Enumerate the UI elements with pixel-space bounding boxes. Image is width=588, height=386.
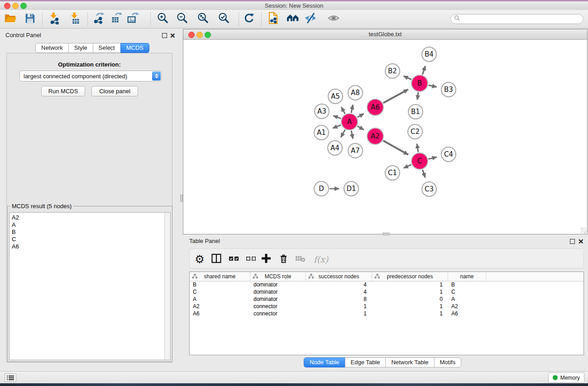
graph-edge-A-A3[interactable] bbox=[333, 116, 341, 119]
graph-edge-A-A5[interactable] bbox=[341, 107, 345, 114]
save-session-button[interactable] bbox=[23, 12, 37, 26]
list-item[interactable]: C bbox=[10, 236, 170, 243]
home-button[interactable] bbox=[286, 12, 300, 26]
table-settings-button[interactable]: ⚙ bbox=[193, 253, 206, 266]
search-field[interactable] bbox=[450, 14, 583, 24]
graph-edge-A-A1[interactable] bbox=[333, 125, 341, 128]
task-history-button[interactable] bbox=[5, 373, 16, 382]
show-column-button[interactable] bbox=[210, 253, 223, 266]
graph-node-A4[interactable]: A4 bbox=[327, 140, 343, 156]
cell-predecessor-nodes[interactable]: 1 bbox=[372, 303, 448, 310]
criterion-dropdown[interactable]: largest connected component (directed) bbox=[19, 71, 162, 81]
table-row[interactable]: A6 connector 1 1 A6 bbox=[190, 310, 583, 318]
cell-name[interactable]: A6 bbox=[448, 310, 486, 318]
cell-name[interactable]: C bbox=[448, 289, 486, 296]
list-item[interactable]: A2 bbox=[10, 213, 170, 221]
cell-name[interactable]: A bbox=[448, 296, 486, 303]
show-panels-button[interactable] bbox=[327, 12, 340, 26]
graph-node-A2[interactable]: A2 bbox=[367, 128, 384, 145]
cell-successor-nodes[interactable]: 8 bbox=[306, 296, 372, 303]
graph-node-C3[interactable]: C3 bbox=[421, 181, 437, 197]
search-input[interactable] bbox=[462, 15, 583, 23]
graph-node-A5[interactable]: A5 bbox=[328, 89, 343, 104]
zoom-traffic-light[interactable] bbox=[205, 32, 211, 38]
cell-mcds-role[interactable]: connector bbox=[250, 310, 306, 318]
graph-node-D1[interactable]: D1 bbox=[344, 181, 359, 196]
graph-edge-A2-C[interactable] bbox=[383, 141, 408, 155]
refresh-view-button[interactable] bbox=[242, 12, 256, 26]
graph-node-A7[interactable]: A7 bbox=[348, 143, 363, 158]
column-header-name[interactable]: name bbox=[448, 272, 486, 281]
scrollbar-track[interactable] bbox=[164, 213, 170, 360]
table-row[interactable]: C dominator 4 1 C bbox=[190, 289, 583, 296]
tab-network-table[interactable]: Network Table bbox=[385, 357, 434, 367]
cell-predecessor-nodes[interactable]: 1 bbox=[372, 281, 448, 289]
export-network-button[interactable] bbox=[92, 12, 105, 26]
graph-edge-A-A7[interactable] bbox=[351, 131, 353, 139]
graph-node-B4[interactable]: B4 bbox=[421, 47, 437, 62]
delete-table-button[interactable] bbox=[294, 253, 307, 266]
tab-style[interactable]: Style bbox=[68, 43, 93, 53]
graph-edge-A-A8[interactable] bbox=[351, 105, 353, 113]
list-item[interactable]: A bbox=[10, 221, 170, 229]
column-header-successor-nodes[interactable]: successor nodes bbox=[306, 272, 372, 281]
graph-node-A1[interactable]: A1 bbox=[314, 125, 329, 140]
split-divider-handle[interactable] bbox=[180, 195, 183, 202]
hide-panels-button[interactable] bbox=[304, 12, 317, 26]
table-row[interactable]: A dominator 8 0 A bbox=[190, 296, 583, 303]
graph-edge-C-C2[interactable] bbox=[417, 144, 418, 152]
function-builder-button[interactable]: f(x) bbox=[311, 253, 331, 266]
graph-node-B3[interactable]: B3 bbox=[441, 82, 456, 97]
close-traffic-light[interactable] bbox=[4, 3, 10, 9]
list-item[interactable]: B bbox=[10, 229, 170, 236]
zoom-out-button[interactable] bbox=[175, 12, 189, 26]
cell-mcds-role[interactable]: dominator bbox=[250, 296, 306, 303]
graph-edge-A-A6[interactable] bbox=[357, 114, 363, 117]
graph-node-C[interactable]: C bbox=[411, 152, 428, 170]
graph-node-A[interactable]: A bbox=[341, 113, 358, 130]
export-image-button[interactable] bbox=[126, 12, 139, 26]
table-panel-close-icon[interactable]: ✕ bbox=[578, 239, 584, 244]
graph-node-C1[interactable]: C1 bbox=[385, 165, 400, 181]
zoom-selected-button[interactable] bbox=[217, 12, 230, 26]
table-row[interactable]: B dominator 4 1 B bbox=[190, 281, 583, 289]
column-header-predecessor-nodes[interactable]: predecessor nodes bbox=[372, 272, 448, 281]
zoom-traffic-light[interactable] bbox=[20, 3, 27, 9]
graph-edge-A-A4[interactable] bbox=[341, 130, 345, 138]
cell-shared-name[interactable]: C bbox=[190, 289, 250, 296]
column-header-shared-name[interactable]: shared name bbox=[190, 272, 250, 281]
table-row[interactable]: A2 connector 1 1 A2 bbox=[190, 303, 583, 310]
tab-motifs[interactable]: Motifs bbox=[434, 357, 462, 367]
cell-mcds-role[interactable]: connector bbox=[250, 303, 306, 310]
graph-node-A8[interactable]: A8 bbox=[348, 85, 363, 100]
cell-successor-nodes[interactable]: 1 bbox=[306, 310, 372, 318]
graph-edge-C-C1[interactable] bbox=[404, 165, 411, 168]
cell-shared-name[interactable]: B bbox=[190, 281, 250, 289]
graph-edge-A6-B[interactable] bbox=[383, 90, 408, 103]
select-all-button[interactable] bbox=[227, 253, 241, 266]
graph-edge-C-C3[interactable] bbox=[422, 170, 425, 177]
memory-button[interactable]: Memory bbox=[548, 372, 584, 383]
tab-select[interactable]: Select bbox=[93, 43, 121, 53]
graph-node-A3[interactable]: A3 bbox=[314, 104, 330, 119]
graph-node-D[interactable]: D bbox=[314, 181, 329, 196]
cell-predecessor-nodes[interactable]: 0 bbox=[372, 296, 448, 303]
cell-mcds-role[interactable]: dominator bbox=[250, 289, 306, 296]
add-row-button[interactable] bbox=[259, 253, 273, 266]
graph-edge-B-B3[interactable] bbox=[429, 85, 437, 87]
cell-shared-name[interactable]: A6 bbox=[190, 310, 250, 318]
cell-shared-name[interactable]: A bbox=[190, 296, 250, 303]
cell-predecessor-nodes[interactable]: 1 bbox=[372, 289, 448, 296]
cell-successor-nodes[interactable]: 4 bbox=[306, 281, 372, 289]
cell-successor-nodes[interactable]: 4 bbox=[306, 289, 372, 296]
graph-edge-A-A2[interactable] bbox=[357, 126, 363, 130]
zoom-in-button[interactable] bbox=[156, 12, 169, 26]
graph-edge-B-B1[interactable] bbox=[417, 92, 418, 100]
control-panel-close-icon[interactable]: ✕ bbox=[170, 33, 176, 38]
network-canvas[interactable]: B4 B2 B B3 B1 A5 A8 A6 A3 A A1 C2 A4 A7 … bbox=[183, 40, 587, 234]
cell-name[interactable]: A2 bbox=[448, 303, 486, 310]
graph-edge-B-B4[interactable] bbox=[422, 66, 425, 75]
graph-node-C4[interactable]: C4 bbox=[441, 147, 456, 162]
cell-mcds-role[interactable]: dominator bbox=[250, 281, 306, 289]
tab-network[interactable]: Network bbox=[35, 43, 69, 53]
